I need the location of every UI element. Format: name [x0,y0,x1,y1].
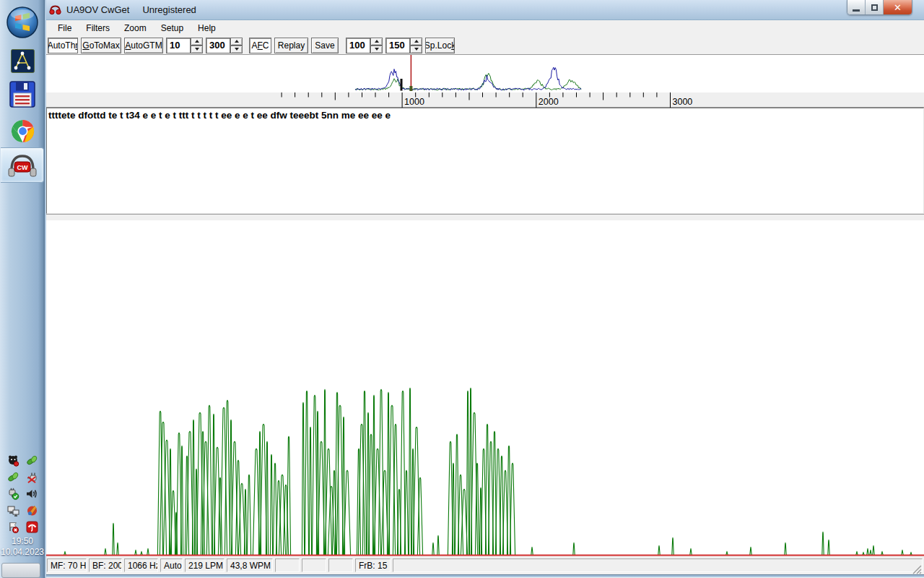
arrow-up-icon [195,40,199,43]
gotomax-button[interactable]: GoToMax [81,38,121,53]
status-bar: MF: 70 HzBF: 2001066 HzAuto219 LPM43,8 W… [46,556,924,574]
arrow-down-icon [414,48,419,51]
close-icon: ✕ [894,2,902,13]
menu-item-setup[interactable]: Setup [155,22,189,35]
cwget-headphones-icon: CW [7,152,38,178]
svg-text:3000: 3000 [673,97,693,107]
window-subtitle: Unregistered [142,4,196,15]
constellation-app-icon [11,49,35,73]
window-title: UA9OV CwGet [66,4,129,15]
status-cell-2: 1066 Hz [124,558,158,572]
close-button[interactable]: ✕ [884,0,912,15]
afc-button[interactable]: AFC [249,38,271,53]
show-desktop-button[interactable] [1,563,40,578]
menu-item-help[interactable]: Help [192,22,222,35]
speed-min-spinner-value[interactable]: 100 [346,38,370,53]
ccleaner-icon[interactable] [26,504,38,517]
pane-splitter[interactable] [46,214,924,220]
taskbar-clock[interactable]: 19:50 10.04.2023 [0,536,45,558]
status-cell-4: 219 LPM [185,558,225,572]
decoded-text: ttttete dfottd te t t34 e e t e t ttt t … [48,110,391,121]
power-plug-disconnected-icon[interactable] [26,471,38,483]
leaf-icon-1[interactable] [26,454,38,467]
action-center-flag-icon[interactable] [7,521,19,533]
status-cell-7 [302,558,326,572]
speed-max-spinner-up[interactable] [410,38,422,46]
spectrum-plot [46,55,924,92]
window-bottom-edge [46,574,924,577]
leaf-icon-2[interactable] [7,471,19,483]
noise-filter-spinner-value[interactable]: 300 [206,38,230,53]
minimize-button[interactable] [847,0,866,15]
arrow-down-icon [235,48,239,51]
maximize-icon [871,4,878,11]
decoded-text-area[interactable]: ttttete dfottd te t t34 e e t e t ttt t … [46,108,924,214]
speed-min-spinner-up[interactable] [370,38,383,46]
arrow-up-icon [414,40,419,43]
autogtm-button[interactable]: AutoGTM [124,38,163,53]
save-button[interactable]: Save [311,38,339,53]
windows-start-icon [6,6,39,39]
toolbar: AutoThrGoToMaxAutoGTM10300AFCReplaySave1… [46,36,924,55]
status-cell-3: Auto [160,558,183,572]
threshold-spinner-down[interactable] [191,46,203,53]
floppy-save-icon [9,81,35,108]
status-cell-0: MF: 70 Hz [47,558,87,572]
volume-icon[interactable] [25,488,38,500]
status-cell-1: BF: 200 [89,558,122,572]
frequency-axis: 100020003000 [46,92,924,108]
spectrum-display[interactable] [46,55,924,92]
arrow-up-icon [375,40,379,43]
window-controls: ✕ [847,0,912,15]
frequency-ruler: 100020003000 [46,92,924,108]
arrow-down-icon [195,48,199,51]
speed-max-spinner: 150 [385,38,422,53]
menu-item-zoom[interactable]: Zoom [118,22,152,35]
chrome-icon [11,119,35,143]
threshold-spinner-value[interactable]: 10 [166,38,191,53]
minimize-icon [853,9,860,12]
menu-item-filters[interactable]: Filters [80,22,116,35]
cwget-window: UA9OV CwGet Unregistered ✕ FileFiltersZo… [45,0,924,578]
title-bar[interactable]: UA9OV CwGet Unregistered ✕ [46,0,924,20]
svg-text:CW: CW [17,163,27,171]
taskbar-item-chrome[interactable] [0,117,45,144]
menu-bar: FileFiltersZoomSetupHelp [46,20,924,36]
taskbar: CW [0,0,45,578]
cwget-title-icon [49,5,61,15]
messenger-notification-icon[interactable] [7,454,19,467]
taskbar-item-constellation-app[interactable] [0,48,45,74]
noise-filter-spinner-down[interactable] [230,46,243,53]
clock-date: 10.04.2023 [0,547,45,558]
speed-max-spinner-down[interactable] [410,46,422,53]
autothr-button[interactable]: AutoThr [48,38,78,53]
clock-time: 19:50 [0,536,45,547]
start-button[interactable] [0,5,45,40]
resize-grip[interactable] [912,565,922,574]
maximize-button[interactable] [866,0,884,15]
speed-max-spinner-value[interactable]: 150 [385,38,410,53]
svg-text:2000: 2000 [539,97,559,107]
status-cell-6 [275,558,300,572]
signal-waveform [46,220,924,556]
speed-lock-button[interactable]: Sp.Lock [425,38,455,53]
status-cell-10 [393,558,923,572]
taskbar-item-cwget-active[interactable]: CW [1,147,44,183]
network-icon[interactable] [6,504,19,517]
usb-safely-remove-icon[interactable] [7,488,19,500]
speed-min-spinner-down[interactable] [370,46,383,53]
replay-button[interactable]: Replay [274,38,308,53]
taskbar-item-floppy-app[interactable] [0,79,45,108]
svg-text:1000: 1000 [404,97,424,107]
avira-antivirus-icon[interactable] [26,521,38,533]
noise-filter-spinner-up[interactable] [230,38,243,46]
noise-filter-spinner: 300 [206,38,243,53]
menu-item-file[interactable]: File [52,22,77,35]
arrow-down-icon [375,48,379,51]
status-cell-8 [328,558,353,572]
status-cell-5: 43,8 WPM [227,558,273,572]
speed-min-spinner: 100 [346,38,383,53]
system-tray [0,452,45,535]
threshold-spinner-up[interactable] [191,38,203,46]
arrow-up-icon [235,40,239,43]
